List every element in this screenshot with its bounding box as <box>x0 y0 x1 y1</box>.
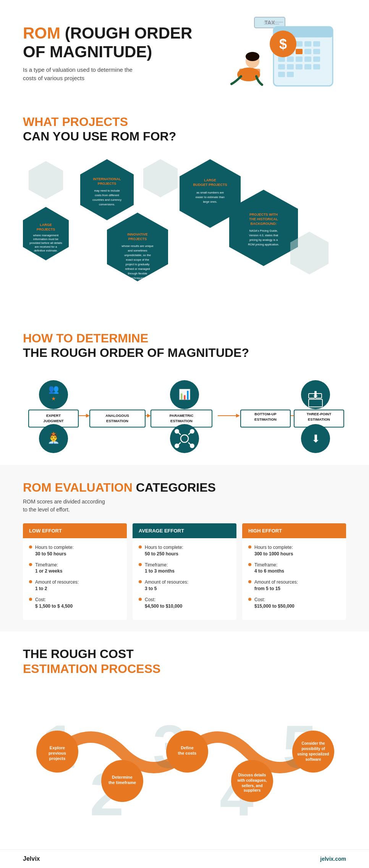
svg-text:large ones.: large ones. <box>203 200 217 203</box>
average-effort-body: Hours to complete: 50 to 250 hours Timef… <box>133 538 236 620</box>
title-highlight: ROM <box>23 24 60 42</box>
svg-text:techniques.: techniques. <box>130 276 145 280</box>
how-title: HOW TO DETERMINE THE ROUGH ORDER OF MAGN… <box>23 331 346 360</box>
low-resources-label: Amount of resources: <box>35 579 79 585</box>
svg-rect-26 <box>278 72 285 77</box>
svg-text:⬇: ⬇ <box>311 433 320 445</box>
rough-cost-title: THE ROUGH COST ESTIMATION PROCESS <box>23 647 346 676</box>
svg-text:as small numbers are: as small numbers are <box>196 191 224 194</box>
eval-cards: LOW EFFORT Hours to complete: 30 to 50 h… <box>23 523 346 620</box>
svg-point-122 <box>190 444 194 448</box>
high-timeframe: Timeframe: 4 to 6 months <box>248 562 340 575</box>
high-hours: Hours to complete: 300 to 1000 hours <box>248 544 340 557</box>
low-cost: Cost: $ 1,500 to $ 4,500 <box>29 597 121 610</box>
svg-marker-50 <box>143 159 178 197</box>
svg-text:Define: Define <box>181 745 194 750</box>
svg-text:👥: 👥 <box>49 384 59 394</box>
svg-text:using specialized: using specialized <box>298 752 329 756</box>
svg-text:whose results are unique: whose results are unique <box>121 244 153 248</box>
what-projects-section: WHAT PROJECTS CAN YOU USE ROM FOR? LARGE… <box>0 99 369 316</box>
svg-text:suppliers: suppliers <box>244 788 261 792</box>
svg-text:PROJECTS: PROJECTS <box>98 182 117 186</box>
svg-text:where management: where management <box>33 234 59 237</box>
svg-text:PROJECTS: PROJECTS <box>128 237 147 241</box>
svg-text:ESTIMATION: ESTIMATION <box>106 419 128 423</box>
high-effort-body: Hours to complete: 300 to 1000 hours Tim… <box>242 538 346 620</box>
avg-hours: Hours to complete: 50 to 250 hours <box>139 544 230 557</box>
svg-text:Explore: Explore <box>50 745 65 750</box>
svg-rect-8 <box>296 41 303 47</box>
how-title-orange: HOW TO DETERMINE <box>23 331 148 345</box>
svg-text:Version 4.0, states that: Version 4.0, states that <box>249 234 278 237</box>
avg-hours-label: Hours to complete: <box>145 545 183 550</box>
svg-rect-20 <box>313 56 320 62</box>
high-hours-value: 300 to 1000 hours <box>254 551 293 557</box>
page: ROM (ROUGH ORDEROF MAGNITUDE) Is a type … <box>0 0 369 868</box>
svg-text:information must be: information must be <box>33 237 58 241</box>
low-effort-body: Hours to complete: 30 to 50 hours Timefr… <box>23 538 127 620</box>
svg-text:through flexible: through flexible <box>128 272 147 275</box>
svg-text:PROJECTS: PROJECTS <box>37 227 55 231</box>
svg-text:Discuss details: Discuss details <box>238 773 266 777</box>
low-timeframe: Timeframe: 1 or 2 weeks <box>29 562 121 575</box>
bullet-icon <box>139 563 142 566</box>
process-svg: 1 Explore previous projects 2 Determine … <box>23 684 346 829</box>
average-effort-card: AVERAGE EFFORT Hours to complete: 50 to … <box>133 523 236 620</box>
footer-brand: Jelvix <box>23 855 40 862</box>
svg-text:Determine: Determine <box>112 775 133 779</box>
svg-point-32 <box>246 52 259 61</box>
avg-cost: Cost: $4,500 to $10,000 <box>139 597 230 610</box>
low-hours: Hours to complete: 30 to 50 hours <box>29 544 121 557</box>
svg-text:Consider the: Consider the <box>301 741 325 745</box>
rough-cost-section: THE ROUGH COST ESTIMATION PROCESS 1 Expl… <box>0 631 369 849</box>
process-flow: 1 Explore previous projects 2 Determine … <box>23 684 346 830</box>
svg-text:INTERNATIONAL: INTERNATIONAL <box>93 177 121 181</box>
svg-text:refined or managed: refined or managed <box>125 267 150 271</box>
svg-text:are received for a: are received for a <box>35 245 57 248</box>
svg-text:THREE-POINT: THREE-POINT <box>307 412 332 416</box>
svg-text:with colleagues,: with colleagues, <box>237 778 267 782</box>
bullet-icon <box>248 580 251 583</box>
svg-text:ESTIMATION: ESTIMATION <box>170 419 193 423</box>
rough-cost-title-normal: THE ROUGH COST <box>23 647 134 661</box>
bullet-icon <box>139 598 142 601</box>
svg-rect-22 <box>287 64 294 69</box>
low-effort-header: LOW EFFORT <box>23 523 127 538</box>
high-timeframe-label: Timeframe: <box>254 562 277 568</box>
what-projects-title: WHAT PROJECTS CAN YOU USE ROM FOR? <box>23 115 346 144</box>
svg-text:THE HISTORICAL: THE HISTORICAL <box>249 217 278 221</box>
svg-text:BUDGET PROJECTS: BUDGET PROJECTS <box>193 183 227 187</box>
estimation-flow: 👥 ★ 📊 ⬇ <box>23 372 346 457</box>
bullet-icon <box>248 598 251 601</box>
what-projects-title-orange: WHAT PROJECTS <box>23 115 128 129</box>
svg-rect-19 <box>304 56 311 62</box>
avg-resources-value: 3 to 5 <box>145 586 188 592</box>
svg-rect-9 <box>304 41 311 47</box>
svg-rect-33 <box>239 69 260 73</box>
svg-text:★: ★ <box>51 431 56 437</box>
svg-text:previous: previous <box>49 751 66 755</box>
svg-text:INNOVATIVE: INNOVATIVE <box>127 232 148 236</box>
svg-text:PROJECTS WITH: PROJECTS WITH <box>249 213 278 216</box>
svg-text:costs from different: costs from different <box>95 194 120 197</box>
header-subtitle: Is a type of valuation used to determine… <box>23 66 138 83</box>
header-svg: TAX <box>224 15 346 92</box>
svg-rect-13 <box>296 49 303 54</box>
how-title-rest: THE ROUGH ORDER OF MAGNITUDE? <box>23 346 249 360</box>
svg-point-119 <box>175 429 179 434</box>
bullet-icon <box>139 545 142 549</box>
hex-grid: LARGE PROJECTS where management informat… <box>23 155 346 308</box>
svg-text:unpredictable, so the: unpredictable, so the <box>124 253 151 257</box>
high-resources-value: from 5 to 15 <box>254 586 298 592</box>
bullet-icon <box>29 563 32 566</box>
high-resources: Amount of resources: from 5 to 15 <box>248 579 340 592</box>
svg-text:exact scope of the: exact scope of the <box>126 258 149 261</box>
svg-text:project is gradually: project is gradually <box>126 263 150 266</box>
low-hours-value: 30 to 50 hours <box>35 551 74 557</box>
avg-resources-label: Amount of resources: <box>145 579 188 585</box>
svg-point-120 <box>190 429 194 434</box>
svg-rect-14 <box>304 49 311 54</box>
svg-text:BACKGROUND:: BACKGROUND: <box>251 222 277 226</box>
svg-text:countries and currency: countries and currency <box>92 198 121 202</box>
rom-eval-title-orange: ROM EVALUATION <box>23 481 133 494</box>
